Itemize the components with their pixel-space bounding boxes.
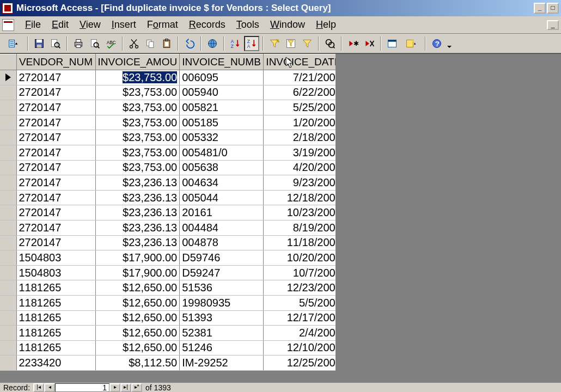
cell-date[interactable]: 2/18/2003 [263,130,344,145]
cell-invnum[interactable]: 51246 [180,340,264,356]
cell-date[interactable]: 12/10/2002 [263,340,344,356]
undo-button[interactable] [182,36,197,51]
cell-invnum[interactable]: 19980935 [180,295,264,310]
column-header-invoice-number[interactable]: INVOICE_NUMB [180,54,264,70]
query-results-grid[interactable]: VENDOR_NUM INVOICE_AMOU INVOICE_NUMB INV… [0,54,344,371]
row-selector[interactable] [0,70,16,85]
table-row[interactable]: 1181265$12,650.005153612/23/2002 [0,280,344,296]
table-row[interactable]: 1504803$17,900.00D5924710/7/2002 [0,265,344,280]
database-window-button[interactable] [385,36,400,51]
table-row[interactable]: 2720147$23,236.130046349/23/2002 [0,175,344,191]
cell-vendor[interactable]: 1181265 [16,326,95,341]
table-row[interactable]: 2233420$8,112.50IM-2925212/25/2002 [0,356,344,371]
cell-amount[interactable]: $23,753.00 [95,85,180,100]
table-row[interactable]: 1181265$12,650.00523812/4/2003 [0,326,344,341]
menu-format[interactable]: Format [142,17,184,33]
nav-last-button[interactable]: ▸| [120,383,131,392]
toolbar-options-button[interactable] [446,36,453,51]
cell-vendor[interactable]: 2720147 [16,205,95,220]
cell-vendor[interactable]: 2720147 [16,175,95,191]
cell-vendor[interactable]: 1181265 [16,295,95,310]
menu-view[interactable]: View [74,17,106,33]
menu-edit[interactable]: Edit [46,17,74,33]
filter-by-form-button[interactable] [283,36,298,51]
column-header-vendor-num[interactable]: VENDOR_NUM [16,54,95,70]
cell-invnum[interactable]: 005638 [180,160,264,175]
row-selector[interactable] [0,356,16,371]
table-row[interactable]: 1504803$17,900.00D5974610/20/2002 [0,250,344,266]
cell-invnum[interactable]: 004634 [180,175,264,191]
cell-date[interactable]: 2/4/2003 [263,326,344,341]
file-search-button[interactable] [48,36,63,51]
new-record-button[interactable]: ✱ [345,36,361,51]
mdi-minimize-button[interactable]: _ [547,20,559,30]
view-dropdown-button[interactable] [3,36,24,51]
cell-date[interactable]: 12/23/2002 [263,280,344,296]
row-selector[interactable] [0,115,16,130]
cell-vendor[interactable]: 2233420 [16,356,95,371]
sort-descending-button[interactable]: ZA [244,36,259,51]
spelling-button[interactable]: ABC [103,36,119,51]
cell-invnum[interactable]: 004878 [180,235,264,250]
cell-amount[interactable]: $12,650.00 [95,340,180,356]
table-row[interactable]: 2720147$23,753.000060957/21/2003 [0,70,344,85]
nav-first-button[interactable]: |◂ [33,383,44,392]
row-selector[interactable] [0,295,16,310]
table-row[interactable]: 2720147$23,236.130044848/19/2002 [0,220,344,235]
cell-invnum[interactable]: 005332 [180,130,264,145]
cell-amount[interactable]: $23,236.13 [95,175,180,191]
table-row[interactable]: 2720147$23,236.132016110/23/2002 [0,205,344,220]
cell-date[interactable]: 12/18/2002 [263,190,344,205]
copy-button[interactable] [143,36,158,51]
table-row[interactable]: 1181265$12,650.005139312/17/2002 [0,310,344,326]
cell-amount[interactable]: $23,753.00 [95,70,180,85]
print-preview-button[interactable] [87,36,102,51]
cell-vendor[interactable]: 2720147 [16,115,95,130]
cell-vendor[interactable]: 1181265 [16,310,95,326]
row-selector[interactable] [0,326,16,341]
cell-invnum[interactable]: 52381 [180,326,264,341]
cell-date[interactable]: 7/21/2003 [263,70,344,85]
cell-amount[interactable]: $12,650.00 [95,280,180,296]
cell-invnum[interactable]: 005940 [180,85,264,100]
cell-date[interactable]: 10/7/2002 [263,265,344,280]
paste-button[interactable] [159,36,174,51]
row-selector[interactable] [0,175,16,191]
row-selector[interactable] [0,205,16,220]
table-row[interactable]: 2720147$23,753.000058215/25/2003 [0,100,344,115]
cut-button[interactable] [126,36,142,51]
cell-amount[interactable]: $23,236.13 [95,190,180,205]
save-button[interactable] [32,36,47,51]
cell-amount[interactable]: $23,236.13 [95,235,180,250]
cell-date[interactable]: 12/17/2002 [263,310,344,326]
cell-vendor[interactable]: 2720147 [16,220,95,235]
table-row[interactable]: 1181265$12,650.00199809355/5/2003 [0,295,344,310]
select-all-corner[interactable] [0,54,16,70]
table-row[interactable]: 2720147$23,236.1300504412/18/2002 [0,190,344,205]
apply-filter-button[interactable] [300,36,315,51]
cell-invnum[interactable]: 20161 [180,205,264,220]
table-row[interactable]: 2720147$23,753.000059406/22/2003 [0,85,344,100]
menu-window[interactable]: Window [265,17,310,33]
table-row[interactable]: 1181265$12,650.005124612/10/2002 [0,340,344,356]
maximize-button[interactable]: □ [547,3,559,14]
nav-new-record-button[interactable]: ▸* [131,383,142,392]
cell-amount[interactable]: $23,753.00 [95,145,180,160]
cell-amount[interactable]: $12,650.00 [95,326,180,341]
cell-vendor[interactable]: 1504803 [16,265,95,280]
row-selector[interactable] [0,100,16,115]
cell-date[interactable]: 10/23/2002 [263,205,344,220]
row-selector[interactable] [0,235,16,250]
table-row[interactable]: 2720147$23,236.1300487811/18/2002 [0,235,344,250]
table-row[interactable]: 2720147$23,753.000056384/20/2003 [0,160,344,175]
cell-date[interactable]: 3/19/2003 [263,145,344,160]
cell-amount[interactable]: $23,753.00 [95,100,180,115]
row-selector[interactable] [0,250,16,266]
cell-amount[interactable]: $17,900.00 [95,250,180,266]
cell-vendor[interactable]: 2720147 [16,100,95,115]
cell-amount[interactable]: $23,753.00 [95,115,180,130]
cell-amount[interactable]: $23,236.13 [95,205,180,220]
row-selector[interactable] [0,340,16,356]
cell-invnum[interactable]: IM-29252 [180,356,264,371]
filter-by-selection-button[interactable] [267,36,282,51]
